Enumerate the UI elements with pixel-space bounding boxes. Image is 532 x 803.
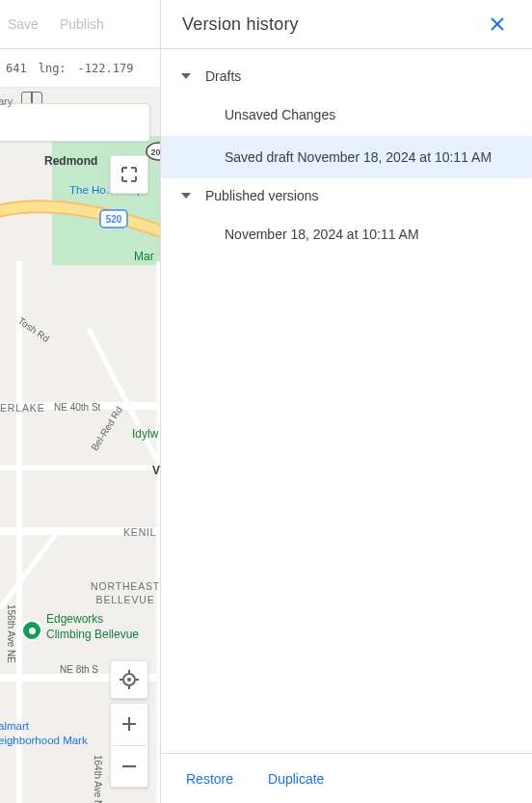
close-icon — [490, 16, 505, 32]
zoom-out-button[interactable] — [111, 746, 147, 788]
map-label-walmart: almart eighborhood Mark — [0, 719, 88, 748]
duplicate-button[interactable]: Duplicate — [254, 763, 337, 794]
map-label-164th-ave: 164th Ave NE — [93, 755, 103, 803]
editor-toolbar: Save Publish — [0, 0, 160, 49]
map-search-input[interactable] — [0, 103, 150, 142]
section-label-published: Published versions — [205, 188, 319, 203]
plus-icon — [121, 716, 137, 732]
panel-header: Version history — [161, 0, 532, 49]
map-label-v: V — [152, 464, 160, 477]
left-background: Save Publish 641 lng: -122.179 — [0, 0, 160, 803]
panel-body: Drafts Unsaved Changes Saved draft Novem… — [161, 49, 532, 753]
svg-text:202: 202 — [150, 147, 160, 157]
lng-label: lng: — [39, 62, 66, 75]
crosshair-icon — [119, 669, 140, 690]
map-label-library: ary — [0, 95, 13, 107]
svg-text:520: 520 — [106, 214, 122, 225]
zoom-in-button[interactable] — [111, 704, 147, 746]
save-button[interactable]: Save — [8, 16, 39, 32]
lng-value: -122.179 — [78, 62, 134, 75]
map-label-marymoor: Mar — [134, 250, 154, 263]
map-label-overlake: ERLAKE — [0, 402, 44, 414]
lat-value: 641 — [6, 62, 27, 75]
panel-footer: Restore Duplicate — [161, 753, 532, 803]
poi-marker-icon[interactable] — [21, 620, 42, 641]
caret-down-icon — [180, 70, 192, 82]
map-label-ne8th: NE 8th S — [60, 664, 98, 675]
fullscreen-icon — [120, 166, 138, 183]
section-header-drafts[interactable]: Drafts — [161, 59, 532, 94]
map-label-idylwood: Idylw — [132, 427, 158, 441]
minus-icon — [121, 759, 137, 774]
caret-down-icon — [180, 190, 192, 201]
section-header-published[interactable]: Published versions — [161, 178, 532, 213]
version-item-published[interactable]: November 18, 2024 at 10:11 AM — [161, 213, 532, 255]
svg-point-7 — [127, 678, 131, 682]
panel-title: Version history — [182, 14, 299, 35]
map-label-kenilworth: KENIL — [123, 526, 157, 538]
map-label-ne40th: NE 40th St — [54, 402, 100, 413]
restore-button[interactable]: Restore — [173, 763, 247, 794]
map-label-edgeworks: Edgeworks Climbing Bellevue — [46, 612, 139, 642]
map-canvas[interactable]: 520 202 ary Redmond The Ho… …ep Mar Tosh… — [0, 88, 160, 803]
version-item-unsaved[interactable]: Unsaved Changes — [161, 94, 532, 136]
section-label-drafts: Drafts — [205, 68, 241, 84]
zoom-control — [110, 703, 148, 788]
map-label-redmond: Redmond — [44, 154, 97, 168]
map-label-ne-bellevue: NORTHEAST BELLEVUE — [91, 579, 160, 606]
fullscreen-button[interactable] — [110, 155, 148, 194]
version-item-saved-draft[interactable]: Saved draft November 18, 2024 at 10:11 A… — [161, 136, 532, 178]
version-history-panel: Version history Drafts Unsaved Changes S… — [160, 0, 532, 803]
close-button[interactable] — [484, 11, 511, 38]
map-label-156th-ave: 156th Ave NE — [6, 604, 16, 663]
publish-button[interactable]: Publish — [60, 16, 104, 32]
locate-button[interactable] — [110, 660, 148, 699]
coordinate-status-bar: 641 lng: -122.179 — [0, 49, 160, 88]
